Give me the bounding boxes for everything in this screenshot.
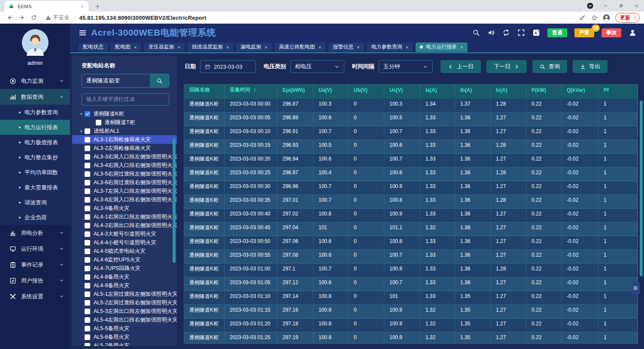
tree-checkbox[interactable] — [85, 171, 90, 177]
update-button[interactable]: 更新 — [615, 13, 640, 23]
tree-expand-icon[interactable] — [78, 112, 85, 116]
workspace-tab[interactable]: 线缆温度监测× — [188, 42, 233, 52]
close-tab-icon[interactable]: × — [357, 45, 359, 50]
menu-toggle-icon[interactable] — [79, 29, 87, 37]
tree-node[interactable]: AL5-4左洞出口段右侧加强照明火灾 — [72, 316, 177, 324]
column-header[interactable]: 回路名称 — [184, 85, 225, 95]
tree-node[interactable]: AL3-1右洞检修插座火灾 — [72, 135, 177, 144]
date-input[interactable]: 2023-03-03 — [200, 60, 256, 73]
table-row[interactable]: 逐桐隧道K柜2023-03-03 00:05296.89100.60100.51… — [184, 112, 638, 126]
refresh-button[interactable] — [28, 12, 39, 23]
tree-node[interactable]: 逐桐隧道T柜 — [72, 118, 177, 127]
tree-checkbox[interactable] — [85, 257, 90, 263]
column-header[interactable]: P(kW) — [526, 85, 562, 95]
tree-filter-input[interactable]: 输入关键字进行过滤 — [82, 93, 169, 106]
submenu-item[interactable]: 企业负荷 — [0, 210, 70, 225]
tree-node[interactable]: AL3-9备用火灾 — [72, 204, 177, 212]
tree-node[interactable]: AL4-6监控UPS火灾 — [72, 255, 177, 264]
table-row[interactable]: 逐桐隧道K柜2023-03-03 01:20297.18100.80100.91… — [184, 319, 638, 332]
workspace-tab[interactable]: 电力参数查询× — [367, 42, 413, 52]
search-button[interactable] — [472, 29, 480, 36]
table-row[interactable]: 逐桐隧道K柜2023-03-03 01:00297.1100.70100.91.… — [184, 264, 638, 277]
tree-scrollbar-thumb[interactable] — [173, 138, 176, 263]
tree-node[interactable]: AL3-7左洞入口段左侧加强照明火灾 — [72, 187, 177, 195]
workspace-tab[interactable]: 报警信息× — [328, 42, 364, 52]
tree-checkbox[interactable] — [85, 163, 90, 168]
workspace-tab[interactable]: 变压器监测× — [144, 42, 184, 52]
column-header[interactable]: Uc(V) — [384, 85, 420, 95]
sidebar-item-report[interactable]: 用户报告 — [0, 273, 70, 288]
workspace-tab[interactable]: 高速公路配电图× — [275, 42, 325, 52]
column-header[interactable]: Pf — [598, 85, 638, 95]
workspace-tab[interactable]: 配电状态 — [79, 42, 108, 52]
tree-checkbox[interactable] — [85, 231, 90, 237]
submenu-item[interactable]: 平均功率因数 — [0, 165, 70, 180]
new-tab-button[interactable] — [92, 1, 103, 12]
back-button[interactable] — [4, 12, 15, 23]
table-row[interactable]: 逐桐隧道K柜2023-03-03 01:05297.12100.60100.71… — [184, 277, 638, 291]
tree-checkbox[interactable] — [96, 120, 101, 125]
table-row[interactable]: 逐桐隧道K柜2023-03-03 00:20296.94100.60100.71… — [184, 154, 638, 167]
tree-node[interactable]: 逐桐隧道K柜 — [72, 109, 177, 118]
tree-node[interactable]: AL3-8左洞入口段右侧加强照明火灾 — [72, 195, 177, 204]
sidebar-item-settings[interactable]: 系统设置 — [0, 288, 70, 304]
tree-checkbox[interactable] — [85, 343, 90, 346]
submenu-item[interactable]: 电力整点集抄 — [0, 150, 70, 165]
tree-checkbox[interactable] — [85, 274, 90, 280]
close-tab-icon[interactable]: × — [319, 45, 321, 50]
tree-node[interactable]: AL5-3左洞出口段左侧加强照明火灾 — [72, 307, 177, 316]
bookmark-star-button[interactable] — [589, 12, 600, 23]
tree-node[interactable]: AL4-4小桩号引道照明火灾 — [72, 238, 177, 247]
tree-node[interactable]: AL3-3右洞入口段左侧加强照明火灾 — [72, 152, 177, 161]
password-key-button[interactable] — [577, 12, 588, 23]
tree-checkbox[interactable] — [85, 223, 90, 228]
tree-expand-icon[interactable] — [78, 129, 85, 133]
close-tab-icon[interactable]: × — [460, 45, 463, 50]
close-tab-icon[interactable]: × — [134, 45, 137, 50]
column-settings-toggle[interactable] — [631, 282, 640, 294]
tree-node[interactable]: AL5-7备用火灾 — [72, 341, 177, 346]
tree-node[interactable]: 进线柜AL1 — [72, 127, 177, 135]
user-avatar[interactable] — [22, 29, 49, 56]
column-header[interactable]: Epi(kWh) — [277, 85, 313, 95]
tree-node[interactable]: AL4-7UPS回路火灾 — [72, 264, 177, 273]
tree-node[interactable]: AL5-6备用火灾 — [72, 333, 177, 341]
header-user-button[interactable] — [629, 29, 636, 36]
alarm-badge[interactable]: 严重19 — [574, 28, 594, 37]
sidebar-item-events[interactable]: 事件记录 — [0, 257, 70, 273]
table-row[interactable]: 逐桐隧道K柜2023-03-03 00:50297.06100.60100.81… — [184, 236, 638, 250]
restore-button[interactable] — [613, 0, 629, 12]
tree-node[interactable]: AL5-1左洞过渡段左侧加强照明火灾 — [72, 290, 177, 298]
column-header[interactable]: Ua(V) — [313, 85, 349, 95]
table-row[interactable]: 逐桐隧道K柜2023-03-03 01:10297.14100.801011.3… — [184, 291, 638, 305]
column-header[interactable]: Ib(A) — [455, 85, 491, 95]
submenu-item[interactable]: 电力参数查询 — [0, 105, 70, 120]
table-scrollbar-thumb[interactable] — [640, 100, 643, 276]
tree-node[interactable]: AL5-2左洞过渡段右侧加强照明火灾 — [72, 298, 177, 307]
voltage-type-select[interactable]: 相电压 — [290, 60, 344, 73]
close-tab-icon[interactable]: × — [226, 45, 229, 50]
tree-checkbox[interactable] — [85, 188, 90, 194]
tree-checkbox[interactable] — [85, 300, 90, 306]
tree-checkbox[interactable] — [85, 334, 90, 340]
tree-node[interactable]: AL4-1右洞出口段左侧加强照明火灾 — [72, 212, 177, 221]
table-row[interactable]: 逐桐隧道K柜2023-03-03 00:40297.02100.80100.91… — [184, 209, 638, 222]
browser-profile-button[interactable] — [601, 12, 612, 23]
sync-button[interactable] — [502, 29, 510, 36]
tab-close-icon[interactable] — [80, 4, 84, 8]
tree-node[interactable]: AL3-5右洞过渡段左侧加强照明火灾 — [72, 170, 177, 178]
tree-checkbox[interactable] — [85, 137, 90, 143]
column-header[interactable]: Ic(A) — [491, 85, 526, 95]
security-chip[interactable]: 不安全 — [46, 14, 70, 21]
table-row[interactable]: 逐桐隧道K柜2023-03-03 00:10296.91100.70100.71… — [184, 126, 638, 140]
sidebar-item-analysis[interactable]: 用电分析 — [0, 225, 70, 241]
forward-button[interactable] — [16, 12, 27, 23]
station-search-button[interactable] — [150, 74, 169, 87]
column-header[interactable]: 采集时间 — [225, 85, 277, 95]
submenu-item[interactable]: 电力运行报表 — [0, 120, 70, 135]
tree-checkbox[interactable] — [85, 266, 90, 271]
translate-button[interactable]: A文 — [532, 29, 540, 36]
sidebar-item-environment[interactable]: 运行环境 — [0, 241, 70, 257]
tree-checkbox[interactable] — [85, 146, 90, 151]
sidebar-item-power[interactable]: 电力监测 — [0, 73, 70, 89]
